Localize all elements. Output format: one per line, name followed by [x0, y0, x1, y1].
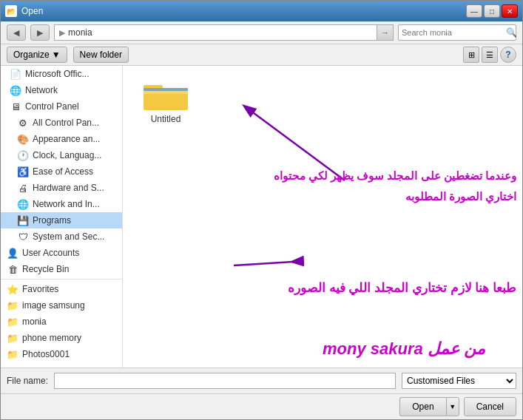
appearance-icon: 🎨	[17, 133, 29, 145]
search-input[interactable]	[402, 28, 504, 37]
organize-button[interactable]: Organize ▼	[7, 47, 67, 63]
monia-icon: 📁	[7, 316, 18, 328]
organize-arrow: ▼	[52, 50, 61, 60]
folder-icon	[144, 79, 188, 112]
main-content: 📄 Microsoft Offic... 🌐 Network 🖥 Control…	[1, 66, 522, 368]
navigation-toolbar: ◀ ▶ ▶ monia → 🔍	[1, 21, 522, 44]
minimize-button[interactable]: —	[466, 4, 482, 18]
sidebar-item-photos[interactable]: 📁 Photos0001	[1, 346, 122, 362]
microsoft-office-icon: 📄	[10, 68, 21, 80]
address-bar[interactable]: ▶ monia	[54, 24, 377, 41]
forward-button[interactable]: ▶	[30, 24, 50, 41]
favorites-icon: ⭐	[7, 283, 18, 295]
title-bar-left: 📂 Open	[5, 5, 43, 17]
view-icons-button[interactable]: ⊞	[463, 47, 479, 63]
sidebar-item-programs[interactable]: 💾 Programs	[1, 212, 122, 228]
window-title: Open	[21, 6, 43, 16]
folder-untitled[interactable]: Untitled	[136, 79, 195, 124]
control-panel-icon: 🖥	[10, 101, 21, 112]
sidebar-item-appearance[interactable]: 🎨 Appearance an...	[1, 131, 122, 147]
maximize-button[interactable]: □	[484, 4, 500, 18]
sidebar-item-monia[interactable]: 📁 monia	[1, 314, 122, 330]
sidebar-item-phone-memory[interactable]: 📁 phone memory	[1, 330, 122, 346]
title-bar: 📂 Open — □ ✕	[1, 1, 522, 21]
sidebar-divider	[1, 279, 122, 280]
sidebar-item-control-panel[interactable]: 🖥 Control Panel	[1, 98, 122, 115]
image-samsung-icon: 📁	[7, 299, 18, 311]
search-box: 🔍	[398, 24, 516, 41]
sidebar-item-all-control-panel[interactable]: ⚙ All Control Pan...	[1, 115, 122, 131]
sidebar-item-recycle-bin[interactable]: 🗑 Recycle Bin	[1, 261, 122, 277]
sidebar-item-image-samsung[interactable]: 📁 image samsung	[1, 297, 122, 314]
sidebar-item-hardware[interactable]: 🖨 Hardware and S...	[1, 180, 122, 196]
filename-label: File name:	[7, 376, 48, 386]
sidebar: 📄 Microsoft Offic... 🌐 Network 🖥 Control…	[1, 66, 123, 368]
sidebar-item-network[interactable]: 🌐 Network	[1, 82, 122, 98]
go-button[interactable]: →	[377, 24, 394, 41]
filename-input[interactable]	[54, 373, 396, 389]
network-icon: 🌐	[10, 84, 21, 96]
svg-line-5	[234, 262, 293, 265]
annotation-text2: اختاري الصورة المطلوبه	[405, 190, 516, 203]
recycle-bin-icon: 🗑	[7, 263, 18, 275]
open-dialog: 📂 Open — □ ✕ ◀ ▶ ▶ monia → 🔍 Organize ▼	[0, 0, 523, 420]
back-button[interactable]: ◀	[7, 24, 26, 41]
open-button[interactable]: Open	[399, 397, 445, 416]
file-area: Untitled	[123, 66, 522, 368]
open-dropdown-button[interactable]: ▼	[446, 397, 459, 416]
network-internet-icon: 🌐	[17, 198, 29, 210]
open-button-wrap: Open ▼	[399, 397, 459, 416]
search-icon: 🔍	[506, 27, 517, 38]
address-input[interactable]: monia	[68, 27, 372, 38]
user-accounts-icon: 👤	[7, 247, 18, 259]
sidebar-item-ease-of-access[interactable]: ♿ Ease of Access	[1, 163, 122, 180]
annotation-text3: طبعا هنا لازم تختاري المجلد اللي فيه الص…	[288, 280, 516, 296]
bottom-buttons: Open ▼ Cancel	[1, 393, 522, 419]
view-list-button[interactable]: ☰	[482, 47, 498, 63]
programs-icon: 💾	[17, 214, 29, 226]
svg-rect-3	[144, 88, 188, 91]
window-icon: 📂	[5, 5, 17, 17]
close-button[interactable]: ✕	[502, 4, 518, 18]
all-control-panel-icon: ⚙	[17, 117, 29, 129]
action-toolbar: Organize ▼ New folder ⊞ ☰ ?	[1, 44, 522, 66]
sidebar-item-user-accounts[interactable]: 👤 User Accounts	[1, 245, 122, 261]
cancel-button[interactable]: Cancel	[464, 397, 516, 416]
sidebar-item-network-internet[interactable]: 🌐 Network and In...	[1, 196, 122, 212]
new-folder-button[interactable]: New folder	[73, 47, 129, 63]
hardware-icon: 🖨	[17, 182, 29, 194]
system-icon: 🛡	[17, 231, 29, 243]
annotation-text1: وعندما تضغطين على المجلد سوف يظهر لكي مح…	[274, 169, 516, 183]
sidebar-item-clock[interactable]: 🕐 Clock, Languag...	[1, 147, 122, 163]
clock-icon: 🕐	[17, 149, 29, 161]
sidebar-item-system[interactable]: 🛡 System and Sec...	[1, 228, 122, 245]
sidebar-item-favorites[interactable]: ⭐ Favorites	[1, 281, 122, 297]
view-buttons: ⊞ ☰ ?	[463, 47, 516, 63]
file-content: Untitled	[123, 66, 522, 138]
ease-of-access-icon: ♿	[17, 166, 29, 177]
filetype-select[interactable]: Customised Files	[402, 373, 516, 389]
photos-icon: 📁	[7, 348, 18, 360]
annotation-text4: من عمل mony sakura	[323, 339, 485, 359]
bottom-bar: File name: Customised Files	[1, 368, 522, 393]
sidebar-item-microsoft-office[interactable]: 📄 Microsoft Offic...	[1, 66, 122, 82]
phone-memory-icon: 📁	[7, 332, 18, 344]
file-label: Untitled	[151, 114, 181, 124]
help-button[interactable]: ?	[500, 47, 516, 63]
title-buttons: — □ ✕	[466, 4, 518, 18]
